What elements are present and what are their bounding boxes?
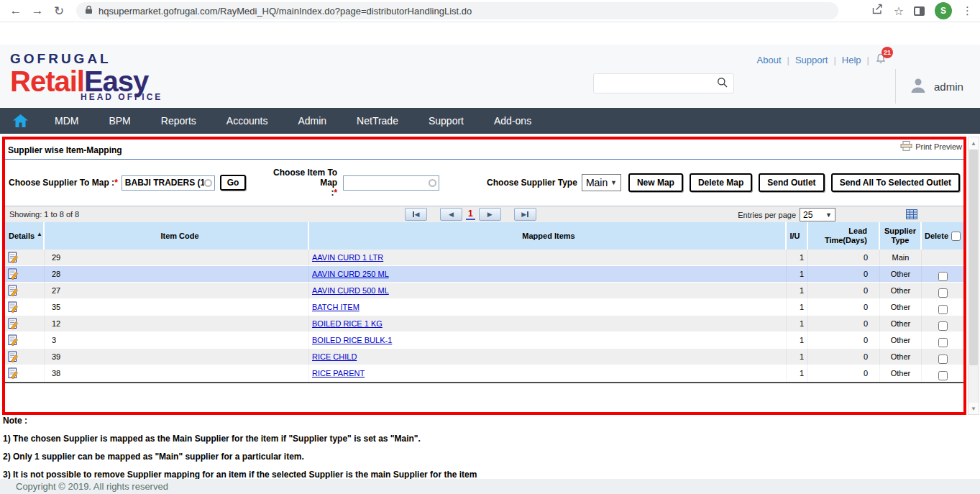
username-text: admin	[934, 81, 963, 93]
bookmark-star-icon[interactable]: ☆	[894, 4, 904, 18]
browser-forward-icon[interactable]: →	[29, 4, 46, 18]
supplier-input[interactable]	[122, 175, 215, 191]
about-link[interactable]: About	[751, 55, 787, 65]
browser-profile-avatar[interactable]: S	[935, 2, 952, 19]
go-button[interactable]: Go	[220, 175, 247, 191]
row-delete-checkbox[interactable]	[938, 321, 948, 331]
first-page-button[interactable]: ◀	[405, 208, 427, 221]
row-iu: 1	[787, 283, 808, 299]
browser-menu-icon[interactable]: ⋮	[962, 4, 973, 17]
user-menu[interactable]: admin	[895, 69, 971, 104]
row-details-cell	[5, 299, 45, 316]
header-search-input[interactable]	[590, 78, 717, 89]
header-item-code[interactable]: Item Code	[45, 222, 309, 250]
row-lead-time: 0	[808, 365, 880, 382]
nav-item-reports[interactable]: Reports	[146, 115, 211, 127]
edit-details-icon[interactable]	[8, 318, 19, 332]
pagination: ◀ ◀ 1 ▶ ▶	[405, 208, 536, 221]
edit-details-icon[interactable]	[8, 367, 19, 382]
row-delete-checkbox[interactable]	[938, 288, 948, 298]
row-mapped-item-cell: BOILED RICE BULK-1	[309, 332, 787, 349]
header-lead-time[interactable]: Lead Time(Days)	[808, 222, 880, 250]
nav-item-addons[interactable]: Add-ons	[479, 115, 546, 127]
notification-bell-icon[interactable]: 21	[875, 53, 887, 67]
nav-item-mdm[interactable]: MDM	[40, 115, 93, 127]
select-all-checkbox[interactable]	[951, 232, 961, 241]
item-label: Choose Item To Map :*	[270, 168, 337, 198]
mapped-item-link[interactable]: AAVIN CURD 500 ML	[312, 286, 389, 295]
edit-details-icon[interactable]	[8, 285, 19, 299]
row-lead-time: 0	[808, 316, 880, 332]
header-details[interactable]: Details▲	[5, 222, 45, 250]
share-icon[interactable]	[871, 4, 884, 18]
scroll-down-icon[interactable]: ▼	[968, 403, 979, 414]
row-delete-checkbox[interactable]	[938, 371, 948, 380]
nav-item-accounts[interactable]: Accounts	[211, 115, 283, 127]
edit-details-icon[interactable]	[8, 351, 19, 365]
edit-details-icon[interactable]	[8, 268, 19, 283]
new-map-button[interactable]: New Map	[628, 173, 683, 192]
entries-select[interactable]: 25▼	[800, 208, 835, 221]
grid-view-icon[interactable]	[906, 209, 917, 222]
side-panel-icon[interactable]	[914, 6, 925, 16]
support-link[interactable]: Support	[789, 55, 834, 65]
row-details-cell	[5, 250, 45, 266]
mapped-item-link[interactable]: AAVIN CURD 1 LTR	[312, 253, 383, 262]
send-outlet-button[interactable]: Send Outlet	[759, 173, 824, 192]
header-search-box[interactable]	[593, 73, 734, 93]
row-mapped-item-cell: BATCH ITEM	[309, 299, 787, 316]
scrollbar-thumb[interactable]	[969, 150, 978, 365]
mapped-item-link[interactable]: BOILED RICE BULK-1	[312, 336, 392, 344]
table-end-divider	[5, 382, 963, 383]
mapped-item-link[interactable]: BOILED RICE 1 KG	[312, 319, 383, 328]
mapped-item-link[interactable]: BATCH ITEM	[312, 303, 360, 311]
header-mapped-items[interactable]: Mapped Items	[309, 222, 787, 250]
row-delete-cell	[922, 365, 963, 382]
edit-details-icon[interactable]	[8, 301, 19, 316]
send-all-button[interactable]: Send All To Selected Outlet	[831, 173, 960, 192]
supplier-type-select[interactable]: Main▼	[582, 174, 621, 191]
row-delete-checkbox[interactable]	[938, 305, 948, 314]
item-input[interactable]	[343, 175, 439, 191]
nav-item-bpm[interactable]: BPM	[93, 115, 145, 127]
panel-title-row: Supplier wise Item-Mapping Print Preview	[5, 139, 963, 160]
row-mapped-item-cell: RICE CHILD	[309, 349, 787, 365]
copyright-footer: Copyright © 2019. All rights reserved	[0, 479, 980, 494]
next-page-button[interactable]: ▶	[479, 208, 501, 221]
table-row: 12 BOILED RICE 1 KG 1 0 Other	[5, 316, 963, 332]
row-item-code: 38	[45, 365, 309, 382]
mapped-item-link[interactable]: RICE CHILD	[312, 352, 357, 361]
nav-item-support[interactable]: Support	[413, 115, 479, 127]
search-icon[interactable]	[717, 77, 728, 90]
nav-home-icon[interactable]	[10, 114, 40, 127]
row-delete-checkbox[interactable]	[938, 338, 948, 347]
header-iu[interactable]: I/U	[787, 222, 808, 250]
edit-details-icon[interactable]	[8, 334, 19, 349]
mapped-item-link[interactable]: RICE PARENT	[312, 369, 365, 378]
address-bar[interactable]: hqsupermarket.gofrugal.com/RayMedi_HQ/ma…	[76, 2, 838, 19]
browser-reload-icon[interactable]: ↻	[50, 4, 68, 19]
mapped-item-link[interactable]: AAVIN CURD 250 ML	[312, 270, 389, 278]
print-preview-button[interactable]: Print Preview	[900, 141, 962, 152]
row-delete-checkbox[interactable]	[938, 355, 948, 364]
help-link[interactable]: Help	[836, 55, 867, 65]
table-header: Details▲ Item Code Mapped Items I/U Lead…	[5, 222, 963, 250]
row-delete-checkbox[interactable]	[938, 272, 948, 281]
delete-map-button[interactable]: Delete Map	[690, 173, 752, 192]
edit-details-icon[interactable]	[8, 252, 19, 266]
row-mapped-item-cell: RICE PARENT	[309, 365, 787, 382]
scroll-up-icon[interactable]: ▲	[968, 137, 979, 149]
vertical-scrollbar[interactable]: ▲ ▼	[968, 137, 979, 415]
prev-page-button[interactable]: ◀	[440, 208, 462, 221]
browser-back-icon[interactable]: ←	[7, 4, 24, 18]
last-page-button[interactable]: ▶	[514, 208, 536, 221]
nav-item-admin[interactable]: Admin	[283, 115, 342, 127]
row-mapped-item-cell: AAVIN CURD 1 LTR	[309, 250, 787, 266]
header-supplier-type[interactable]: Supplier Type	[880, 222, 922, 250]
nav-item-nettrade[interactable]: NetTrade	[342, 115, 413, 127]
row-item-code: 35	[45, 299, 309, 316]
mapping-form: Choose Supplier To Map :* Go Choose Item…	[5, 160, 963, 206]
current-page-number[interactable]: 1	[466, 209, 475, 220]
row-supplier-type: Other	[880, 266, 922, 283]
row-item-code: 12	[45, 316, 309, 332]
